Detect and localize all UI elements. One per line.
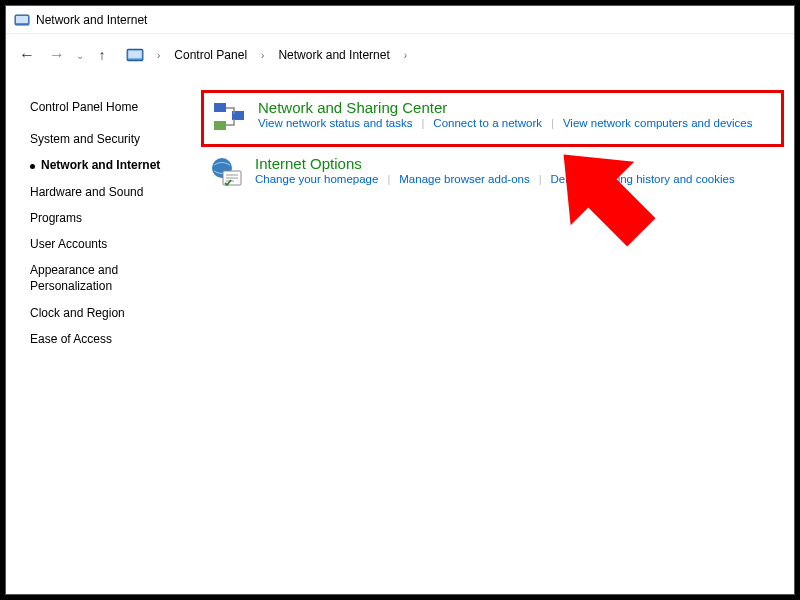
sidebar-item-label: Hardware and Sound xyxy=(30,185,143,199)
breadcrumb-item-0[interactable]: Control Panel xyxy=(171,48,250,62)
link-connect[interactable]: Connect to a network xyxy=(433,117,542,129)
main-panel: Network and Sharing Center View network … xyxy=(201,76,794,594)
link-sep: | xyxy=(387,173,390,185)
category-links: View network status and tasks | Connect … xyxy=(258,117,773,129)
sidebar-item-system[interactable]: System and Security xyxy=(30,126,201,152)
window-title: Network and Internet xyxy=(36,13,147,27)
up-button[interactable]: ↑ xyxy=(92,47,112,63)
sidebar-home[interactable]: Control Panel Home xyxy=(30,94,201,120)
sidebar-item-clock[interactable]: Clock and Region xyxy=(30,300,201,326)
crumb-sep: › xyxy=(154,50,163,61)
sidebar-item-access[interactable]: Ease of Access xyxy=(30,326,201,352)
link-sep: | xyxy=(421,117,424,129)
category-internet-options: Internet Options Change your homepage | … xyxy=(201,149,784,200)
control-panel-icon xyxy=(14,12,30,28)
svg-rect-4 xyxy=(214,103,226,112)
category-network-sharing: Network and Sharing Center View network … xyxy=(201,90,784,147)
sidebar-item-programs[interactable]: Programs xyxy=(30,205,201,231)
sidebar: Control Panel Home System and Security N… xyxy=(6,76,201,594)
addressbar: ← → ⌄ ↑ › Control Panel › Network and In… xyxy=(6,34,794,76)
sidebar-item-label: Appearance and Personalization xyxy=(30,263,118,293)
content: Control Panel Home System and Security N… xyxy=(6,76,794,594)
sidebar-item-label: Programs xyxy=(30,211,82,225)
network-sharing-icon xyxy=(212,99,248,135)
sidebar-item-label: Network and Internet xyxy=(41,158,160,172)
link-homepage[interactable]: Change your homepage xyxy=(255,173,378,185)
sidebar-item-hardware[interactable]: Hardware and Sound xyxy=(30,179,201,205)
link-history[interactable]: Delete browsing history and cookies xyxy=(551,173,735,185)
link-sep: | xyxy=(539,173,542,185)
bullet-icon xyxy=(30,164,35,169)
location-icon xyxy=(126,46,144,64)
category-title[interactable]: Network and Sharing Center xyxy=(258,99,773,116)
crumb-sep: › xyxy=(258,50,267,61)
link-view-computers[interactable]: View network computers and devices xyxy=(563,117,753,129)
sidebar-item-users[interactable]: User Accounts xyxy=(30,231,201,257)
category-title[interactable]: Internet Options xyxy=(255,155,776,172)
sidebar-item-label: System and Security xyxy=(30,132,140,146)
svg-rect-1 xyxy=(16,16,28,23)
history-dropdown[interactable]: ⌄ xyxy=(76,50,84,61)
sidebar-item-label: Clock and Region xyxy=(30,306,125,320)
svg-rect-5 xyxy=(214,121,226,130)
sidebar-item-label: User Accounts xyxy=(30,237,107,251)
internet-options-icon xyxy=(209,155,245,191)
category-links: Change your homepage | Manage browser ad… xyxy=(255,173,776,185)
back-button[interactable]: ← xyxy=(16,46,38,64)
crumb-sep: › xyxy=(401,50,410,61)
link-view-status[interactable]: View network status and tasks xyxy=(258,117,412,129)
category-body: Internet Options Change your homepage | … xyxy=(255,155,776,191)
sidebar-item-label: Ease of Access xyxy=(30,332,112,346)
sidebar-item-network[interactable]: Network and Internet xyxy=(30,152,201,178)
link-sep: | xyxy=(551,117,554,129)
svg-rect-3 xyxy=(128,51,142,59)
category-body: Network and Sharing Center View network … xyxy=(258,99,773,135)
breadcrumb-item-1[interactable]: Network and Internet xyxy=(275,48,392,62)
window: Network and Internet ← → ⌄ ↑ › Control P… xyxy=(5,5,795,595)
titlebar: Network and Internet xyxy=(6,6,794,34)
link-addons[interactable]: Manage browser add-ons xyxy=(399,173,529,185)
forward-button[interactable]: → xyxy=(46,46,68,64)
sidebar-item-appearance[interactable]: Appearance and Personalization xyxy=(30,257,201,299)
